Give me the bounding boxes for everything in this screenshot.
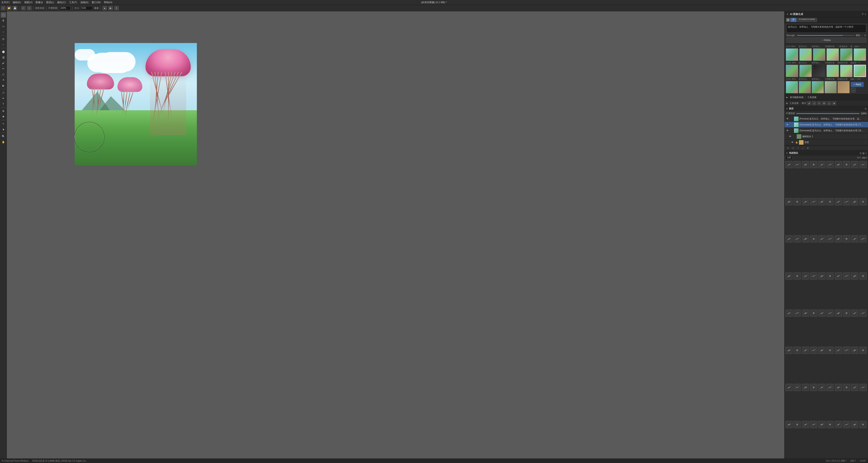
- brush-size-input[interactable]: [80, 6, 93, 10]
- opacity-input[interactable]: [59, 6, 71, 10]
- tool-brush[interactable]: 🖌: [1, 60, 6, 66]
- thumb-r2c5[interactable]: [840, 65, 852, 77]
- refine-btn[interactable]: ✧ Refine: [786, 37, 866, 42]
- brush-item-43[interactable]: [802, 310, 809, 317]
- brush-item-8[interactable]: [843, 161, 850, 168]
- brush-item-17[interactable]: [835, 198, 842, 205]
- brush-item-45[interactable]: [818, 310, 826, 317]
- thumb-r1c6[interactable]: [854, 49, 866, 61]
- tool-text[interactable]: T: [1, 101, 6, 107]
- tool-smudge[interactable]: ∿: [1, 121, 6, 126]
- thumb-r3c1[interactable]: [786, 81, 798, 93]
- thumb-r3c5[interactable]: [837, 81, 850, 93]
- tool-clone[interactable]: ⊕: [1, 108, 6, 114]
- layer-add-btn[interactable]: +: [786, 146, 790, 150]
- toolbar-redo-btn[interactable]: ↪: [27, 6, 31, 10]
- brushes-filter-all-btn[interactable]: 全部: [785, 156, 793, 160]
- brush-item-7[interactable]: [835, 161, 842, 168]
- brush-item-62[interactable]: [794, 384, 801, 391]
- menu-filter[interactable]: 滤镜(A): [80, 1, 89, 4]
- menu-edit[interactable]: 编辑(E): [13, 1, 21, 4]
- menu-view[interactable]: 视图(V): [24, 1, 33, 4]
- strength-expand-btn[interactable]: ↕: [862, 34, 863, 37]
- brush-item-42[interactable]: [794, 310, 801, 317]
- layer-eye-4[interactable]: 👁: [791, 141, 794, 144]
- brush-item-5[interactable]: [818, 161, 826, 168]
- brush-item-65[interactable]: [818, 384, 826, 391]
- brush-item-41[interactable]: [785, 310, 793, 317]
- brush-item-38[interactable]: [843, 272, 850, 280]
- tool-heal[interactable]: ✚: [1, 114, 6, 119]
- brush-item-15[interactable]: [818, 198, 826, 205]
- brush-item-56[interactable]: [826, 347, 834, 354]
- brush-item-4[interactable]: [810, 161, 817, 168]
- menu-tools[interactable]: 工具(T): [69, 1, 77, 4]
- to-paint-icon[interactable]: 🖌: [807, 101, 811, 105]
- layers-settings-btn[interactable]: ⚙: [865, 108, 867, 110]
- brush-item-69[interactable]: [851, 384, 858, 391]
- thumb-r1c4[interactable]: [827, 49, 839, 61]
- layer-row-gen2[interactable]: 👁 [Generated] 蓝天白云、绿草地上，飞翔着许多粉色的水母 (1633…: [784, 128, 868, 134]
- layer-eye-3[interactable]: 👁: [788, 135, 792, 138]
- multifunction-expand-icon[interactable]: ▶: [786, 96, 788, 98]
- to-more-icon4[interactable]: ◈: [832, 101, 836, 105]
- tool-pencil[interactable]: ✏: [1, 66, 6, 71]
- brush-item-28[interactable]: [843, 235, 850, 242]
- brush-item-51[interactable]: [785, 347, 793, 354]
- tool-measure[interactable]: ↔: [1, 42, 6, 47]
- apply-btn[interactable]: ✓ Apply: [851, 82, 864, 87]
- menu-help[interactable]: 帮助(H): [104, 1, 112, 4]
- tool-hand[interactable]: ✋: [1, 139, 6, 145]
- brush-item-80[interactable]: [859, 421, 867, 428]
- toolbar-play-btn[interactable]: ▶: [108, 6, 113, 10]
- panel-close-btn[interactable]: ×: [865, 13, 866, 16]
- brush-item-35[interactable]: [818, 272, 826, 280]
- canvas-image[interactable]: [75, 43, 197, 165]
- brush-item-40[interactable]: [859, 272, 867, 280]
- to-eraser-icon[interactable]: ◻: [812, 101, 816, 105]
- brush-item-67[interactable]: [835, 384, 842, 391]
- layer-row-bg[interactable]: 👁 🔒 背景 ⋮: [784, 140, 868, 145]
- brush-item-23[interactable]: [802, 235, 809, 242]
- tool-selection[interactable]: ⬚: [1, 12, 6, 18]
- brush-item-44[interactable]: [810, 310, 817, 317]
- brush-item-25[interactable]: [818, 235, 826, 242]
- brushes-list-view-btn[interactable]: ⊞: [860, 152, 862, 154]
- layer-row-group[interactable]: 👁 编辑组合 1 ⋮: [784, 134, 868, 140]
- brushes-more-btn[interactable]: ≡: [865, 152, 867, 154]
- layer-eye-1[interactable]: 👁: [786, 123, 789, 126]
- brush-item-71[interactable]: [785, 421, 793, 428]
- brush-item-70[interactable]: [859, 384, 867, 391]
- layer-down-btn[interactable]: ↓: [801, 146, 805, 150]
- brush-item-63[interactable]: [802, 384, 809, 391]
- brush-item-11[interactable]: [785, 198, 793, 205]
- tool-fill[interactable]: ⬤: [1, 49, 6, 54]
- layer-action-2[interactable]: ⋮: [864, 129, 867, 132]
- tool-erase[interactable]: ◻: [1, 71, 6, 77]
- brush-item-3[interactable]: [802, 161, 809, 168]
- strength-slider[interactable]: [797, 35, 855, 36]
- brush-item-32[interactable]: [794, 272, 801, 280]
- brush-item-1[interactable]: [785, 161, 793, 168]
- brush-item-12[interactable]: [794, 198, 801, 205]
- layer-action-3[interactable]: ⋮: [864, 135, 867, 138]
- to-expand-icon[interactable]: ▶: [786, 102, 788, 105]
- brush-item-24[interactable]: [810, 235, 817, 242]
- brush-item-66[interactable]: [826, 384, 834, 391]
- brush-item-21[interactable]: [785, 235, 793, 242]
- brush-item-36[interactable]: [826, 272, 834, 280]
- to-more-icon1[interactable]: ≡: [817, 101, 821, 105]
- strength-settings-btn[interactable]: ⚙: [864, 34, 866, 37]
- toolbar-undo-btn[interactable]: ↩: [21, 6, 26, 10]
- tool-zoom[interactable]: 🔍: [1, 134, 6, 139]
- brush-item-53[interactable]: [802, 347, 809, 354]
- menu-layer[interactable]: 图层(L): [46, 1, 54, 4]
- brush-item-57[interactable]: [835, 347, 842, 354]
- brush-item-37[interactable]: [835, 272, 842, 280]
- brush-item-20[interactable]: [859, 198, 867, 205]
- brush-item-54[interactable]: [810, 347, 817, 354]
- brushes-grid-view-btn[interactable]: ▦: [862, 152, 864, 154]
- brush-item-75[interactable]: [818, 421, 826, 428]
- thumb-r3c2[interactable]: [799, 81, 811, 93]
- brush-item-16[interactable]: [826, 198, 834, 205]
